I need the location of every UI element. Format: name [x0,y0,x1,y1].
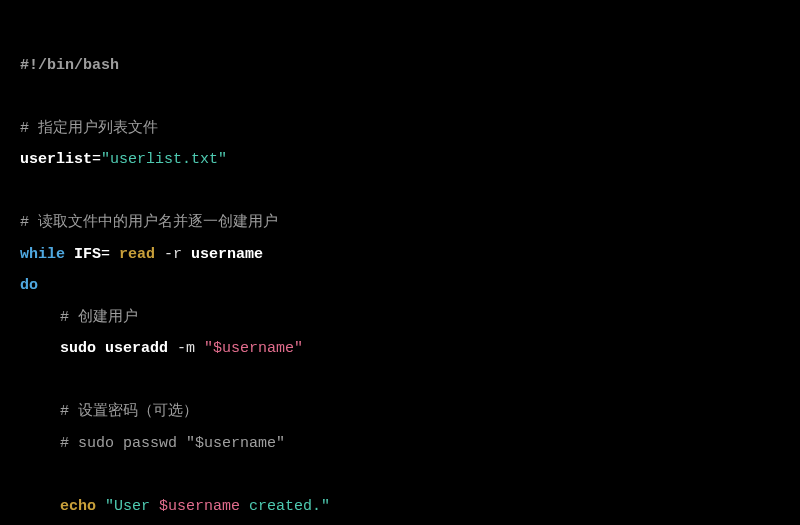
cmd-useradd: useradd [96,340,168,357]
cmd-echo: echo [60,498,96,515]
kw-do: do [20,277,38,294]
comment-userlist: # 指定用户列表文件 [20,120,158,137]
space [96,498,105,515]
comment-passwd-cmd: # sudo passwd "$username" [60,435,285,452]
str-user: User [114,498,159,515]
flag-m: -m [168,340,204,357]
eq-sign: = [101,246,119,263]
comment-passwd: # 设置密码（可选） [60,403,198,420]
comment-readloop: # 读取文件中的用户名并逐一创建用户 [20,214,278,231]
quote-close-2: " [321,498,330,515]
quote-open-1: " [204,340,213,357]
quote-close-1: " [294,340,303,357]
cmd-read: read [119,246,155,263]
varref-username-1: $username [213,340,294,357]
arg-username: username [182,246,263,263]
quote-open-2: " [105,498,114,515]
code-block: #!/bin/bash # 指定用户列表文件 userlist="userlis… [20,18,780,525]
var-ifs: IFS [74,246,101,263]
shebang-line: #!/bin/bash [20,57,119,74]
varref-username-2: $username [159,498,240,515]
flag-r: -r [155,246,182,263]
str-created: created. [240,498,321,515]
string-userlist: "userlist.txt" [101,151,227,168]
kw-while: while [20,246,65,263]
var-userlist: userlist [20,151,92,168]
cmd-sudo: sudo [60,340,96,357]
comment-create: # 创建用户 [60,309,138,326]
assign-op: = [92,151,101,168]
